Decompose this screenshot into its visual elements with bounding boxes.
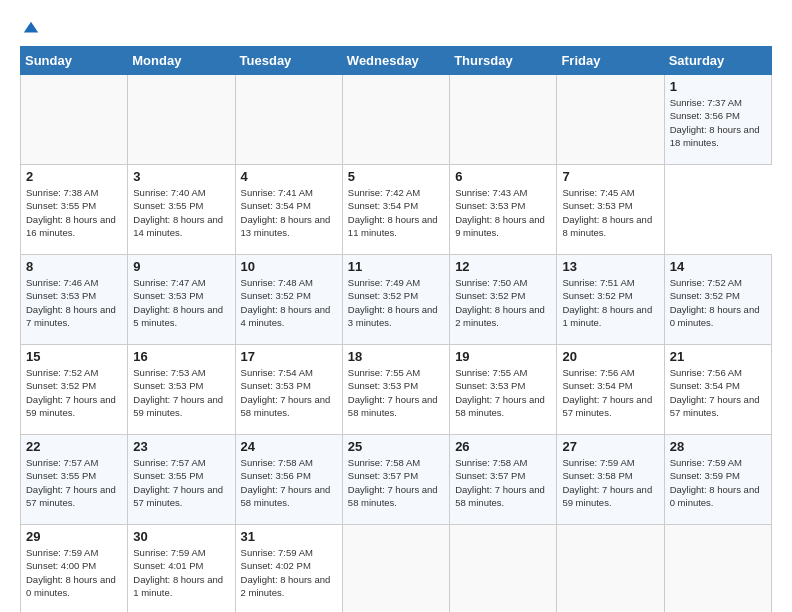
day-info: Sunrise: 7:53 AMSunset: 3:53 PMDaylight:… — [133, 366, 229, 419]
day-header-tuesday: Tuesday — [235, 47, 342, 75]
day-number: 19 — [455, 349, 551, 364]
day-number: 25 — [348, 439, 444, 454]
day-header-thursday: Thursday — [450, 47, 557, 75]
day-number: 26 — [455, 439, 551, 454]
calendar-cell — [128, 75, 235, 165]
calendar-cell — [664, 525, 771, 613]
day-number: 11 — [348, 259, 444, 274]
day-info: Sunrise: 7:41 AMSunset: 3:54 PMDaylight:… — [241, 186, 337, 239]
day-info: Sunrise: 7:47 AMSunset: 3:53 PMDaylight:… — [133, 276, 229, 329]
week-row-2: 8Sunrise: 7:46 AMSunset: 3:53 PMDaylight… — [21, 255, 772, 345]
calendar-cell: 31Sunrise: 7:59 AMSunset: 4:02 PMDayligh… — [235, 525, 342, 613]
calendar-cell: 21Sunrise: 7:56 AMSunset: 3:54 PMDayligh… — [664, 345, 771, 435]
calendar-cell: 28Sunrise: 7:59 AMSunset: 3:59 PMDayligh… — [664, 435, 771, 525]
calendar-cell: 2Sunrise: 7:38 AMSunset: 3:55 PMDaylight… — [21, 165, 128, 255]
calendar-cell: 3Sunrise: 7:40 AMSunset: 3:55 PMDaylight… — [128, 165, 235, 255]
day-info: Sunrise: 7:59 AMSunset: 4:01 PMDaylight:… — [133, 546, 229, 599]
calendar-cell: 29Sunrise: 7:59 AMSunset: 4:00 PMDayligh… — [21, 525, 128, 613]
day-number: 16 — [133, 349, 229, 364]
calendar-cell: 1Sunrise: 7:37 AMSunset: 3:56 PMDaylight… — [664, 75, 771, 165]
day-info: Sunrise: 7:50 AMSunset: 3:52 PMDaylight:… — [455, 276, 551, 329]
day-number: 12 — [455, 259, 551, 274]
day-number: 18 — [348, 349, 444, 364]
day-info: Sunrise: 7:56 AMSunset: 3:54 PMDaylight:… — [670, 366, 766, 419]
day-info: Sunrise: 7:55 AMSunset: 3:53 PMDaylight:… — [455, 366, 551, 419]
day-info: Sunrise: 7:57 AMSunset: 3:55 PMDaylight:… — [26, 456, 122, 509]
calendar-cell — [450, 525, 557, 613]
day-number: 27 — [562, 439, 658, 454]
calendar-cell: 17Sunrise: 7:54 AMSunset: 3:53 PMDayligh… — [235, 345, 342, 435]
day-number: 17 — [241, 349, 337, 364]
day-header-sunday: Sunday — [21, 47, 128, 75]
calendar-cell: 30Sunrise: 7:59 AMSunset: 4:01 PMDayligh… — [128, 525, 235, 613]
day-header-wednesday: Wednesday — [342, 47, 449, 75]
day-number: 8 — [26, 259, 122, 274]
calendar-cell — [557, 75, 664, 165]
calendar-cell: 15Sunrise: 7:52 AMSunset: 3:52 PMDayligh… — [21, 345, 128, 435]
day-number: 31 — [241, 529, 337, 544]
day-info: Sunrise: 7:48 AMSunset: 3:52 PMDaylight:… — [241, 276, 337, 329]
day-info: Sunrise: 7:56 AMSunset: 3:54 PMDaylight:… — [562, 366, 658, 419]
day-info: Sunrise: 7:46 AMSunset: 3:53 PMDaylight:… — [26, 276, 122, 329]
week-row-3: 15Sunrise: 7:52 AMSunset: 3:52 PMDayligh… — [21, 345, 772, 435]
day-info: Sunrise: 7:45 AMSunset: 3:53 PMDaylight:… — [562, 186, 658, 239]
day-number: 5 — [348, 169, 444, 184]
calendar-cell: 23Sunrise: 7:57 AMSunset: 3:55 PMDayligh… — [128, 435, 235, 525]
day-info: Sunrise: 7:59 AMSunset: 4:00 PMDaylight:… — [26, 546, 122, 599]
day-info: Sunrise: 7:59 AMSunset: 3:59 PMDaylight:… — [670, 456, 766, 509]
calendar-cell: 9Sunrise: 7:47 AMSunset: 3:53 PMDaylight… — [128, 255, 235, 345]
day-info: Sunrise: 7:51 AMSunset: 3:52 PMDaylight:… — [562, 276, 658, 329]
logo — [20, 20, 40, 38]
calendar-cell: 20Sunrise: 7:56 AMSunset: 3:54 PMDayligh… — [557, 345, 664, 435]
day-info: Sunrise: 7:52 AMSunset: 3:52 PMDaylight:… — [26, 366, 122, 419]
calendar-cell — [342, 75, 449, 165]
calendar-table: SundayMondayTuesdayWednesdayThursdayFrid… — [20, 46, 772, 612]
day-info: Sunrise: 7:38 AMSunset: 3:55 PMDaylight:… — [26, 186, 122, 239]
calendar-cell: 8Sunrise: 7:46 AMSunset: 3:53 PMDaylight… — [21, 255, 128, 345]
calendar-cell: 24Sunrise: 7:58 AMSunset: 3:56 PMDayligh… — [235, 435, 342, 525]
calendar-cell — [235, 75, 342, 165]
day-number: 9 — [133, 259, 229, 274]
day-number: 6 — [455, 169, 551, 184]
week-row-4: 22Sunrise: 7:57 AMSunset: 3:55 PMDayligh… — [21, 435, 772, 525]
day-number: 3 — [133, 169, 229, 184]
day-info: Sunrise: 7:37 AMSunset: 3:56 PMDaylight:… — [670, 96, 766, 149]
day-number: 30 — [133, 529, 229, 544]
day-number: 13 — [562, 259, 658, 274]
calendar-cell: 10Sunrise: 7:48 AMSunset: 3:52 PMDayligh… — [235, 255, 342, 345]
logo-icon — [22, 20, 40, 38]
calendar-cell: 7Sunrise: 7:45 AMSunset: 3:53 PMDaylight… — [557, 165, 664, 255]
header-row: SundayMondayTuesdayWednesdayThursdayFrid… — [21, 47, 772, 75]
day-info: Sunrise: 7:58 AMSunset: 3:56 PMDaylight:… — [241, 456, 337, 509]
day-number: 29 — [26, 529, 122, 544]
calendar-cell: 11Sunrise: 7:49 AMSunset: 3:52 PMDayligh… — [342, 255, 449, 345]
week-row-1: 2Sunrise: 7:38 AMSunset: 3:55 PMDaylight… — [21, 165, 772, 255]
calendar-cell: 19Sunrise: 7:55 AMSunset: 3:53 PMDayligh… — [450, 345, 557, 435]
calendar-cell: 16Sunrise: 7:53 AMSunset: 3:53 PMDayligh… — [128, 345, 235, 435]
day-info: Sunrise: 7:58 AMSunset: 3:57 PMDaylight:… — [455, 456, 551, 509]
day-number: 20 — [562, 349, 658, 364]
calendar-cell: 22Sunrise: 7:57 AMSunset: 3:55 PMDayligh… — [21, 435, 128, 525]
header — [20, 16, 772, 38]
calendar-cell — [21, 75, 128, 165]
calendar-cell: 12Sunrise: 7:50 AMSunset: 3:52 PMDayligh… — [450, 255, 557, 345]
day-info: Sunrise: 7:54 AMSunset: 3:53 PMDaylight:… — [241, 366, 337, 419]
day-header-monday: Monday — [128, 47, 235, 75]
day-info: Sunrise: 7:57 AMSunset: 3:55 PMDaylight:… — [133, 456, 229, 509]
calendar-cell — [557, 525, 664, 613]
day-number: 15 — [26, 349, 122, 364]
calendar-cell: 26Sunrise: 7:58 AMSunset: 3:57 PMDayligh… — [450, 435, 557, 525]
week-row-5: 29Sunrise: 7:59 AMSunset: 4:00 PMDayligh… — [21, 525, 772, 613]
day-number: 14 — [670, 259, 766, 274]
day-number: 7 — [562, 169, 658, 184]
calendar-cell: 4Sunrise: 7:41 AMSunset: 3:54 PMDaylight… — [235, 165, 342, 255]
day-header-saturday: Saturday — [664, 47, 771, 75]
day-info: Sunrise: 7:55 AMSunset: 3:53 PMDaylight:… — [348, 366, 444, 419]
day-number: 10 — [241, 259, 337, 274]
day-number: 22 — [26, 439, 122, 454]
day-number: 4 — [241, 169, 337, 184]
day-number: 1 — [670, 79, 766, 94]
calendar-cell: 6Sunrise: 7:43 AMSunset: 3:53 PMDaylight… — [450, 165, 557, 255]
day-info: Sunrise: 7:49 AMSunset: 3:52 PMDaylight:… — [348, 276, 444, 329]
day-number: 21 — [670, 349, 766, 364]
